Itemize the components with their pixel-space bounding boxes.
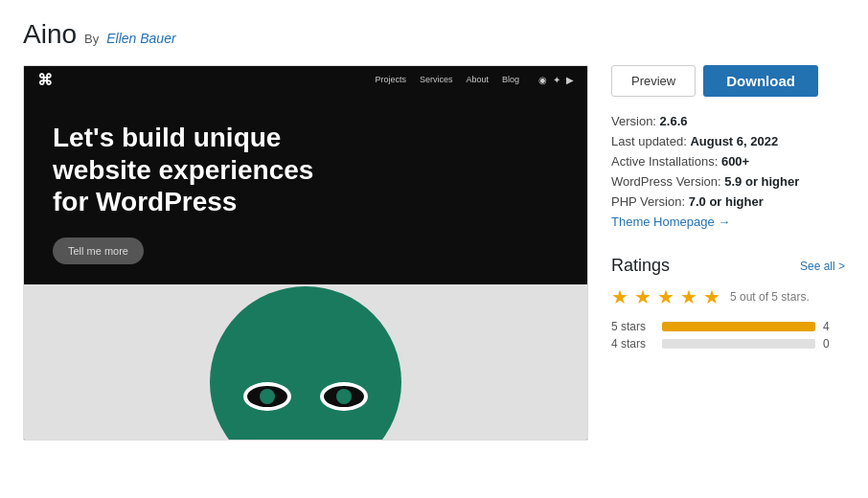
author-link[interactable]: Ellen Bauer	[106, 31, 175, 46]
rating-bar-5stars: 5 stars 4	[611, 320, 845, 333]
meta-php-version: PHP Version: 7.0 or higher	[611, 194, 845, 209]
theme-header: Aino By Ellen Bauer	[23, 19, 845, 50]
download-button[interactable]: Download	[703, 65, 818, 97]
meta-version: Version: 2.6.6	[611, 114, 845, 128]
preview-eyes	[243, 382, 368, 411]
version-label: Version:	[611, 114, 656, 128]
nav-link-services: Services	[420, 75, 453, 84]
bar-count-5: 4	[823, 320, 834, 333]
page-wrapper: Aino By Ellen Bauer ⌘ Projects Services …	[0, 0, 868, 441]
wp-version-value: 5.9 or higher	[724, 174, 799, 189]
preview-hero-title: Let's build unique website experiences f…	[53, 122, 340, 218]
eye-inner-right	[336, 389, 352, 404]
stars-display: ★ ★ ★ ★ ★ 5 out of 5 stars.	[611, 285, 845, 308]
main-content: ⌘ Projects Services About Blog ◉ ✦ ▶	[23, 65, 845, 441]
preview-nav-links: Projects Services About Blog	[375, 75, 519, 84]
bar-label-4: 4 stars	[611, 337, 654, 351]
rating-bar-4stars: 4 stars 0	[611, 337, 845, 351]
bar-label-5: 5 stars	[611, 320, 654, 333]
nav-link-blog: Blog	[502, 75, 519, 84]
star-4: ★	[680, 285, 697, 308]
active-installs-label: Active Installations:	[611, 154, 718, 169]
version-value: 2.6.6	[660, 114, 688, 128]
stars-label: 5 out of 5 stars.	[730, 290, 810, 304]
star-1: ★	[611, 285, 628, 308]
meta-last-updated: Last updated: August 6, 2022	[611, 134, 845, 148]
preview-nav-icons: ◉ ✦ ▶	[538, 75, 574, 85]
last-updated-value: August 6, 2022	[690, 134, 778, 148]
preview-eye-left	[243, 382, 291, 411]
meta-wp-version: WordPress Version: 5.9 or higher	[611, 174, 845, 189]
ratings-header: Ratings See all >	[611, 256, 845, 276]
theme-preview-nav: ⌘ Projects Services About Blog ◉ ✦ ▶	[24, 66, 587, 93]
ratings-title: Ratings	[611, 256, 670, 276]
last-updated-label: Last updated:	[611, 134, 687, 148]
preview-button[interactable]: Preview	[611, 65, 696, 97]
ratings-section: Ratings See all > ★ ★ ★ ★ ★ 5 out of 5 s…	[611, 256, 845, 351]
action-buttons: Preview Download	[611, 65, 845, 97]
star-3: ★	[657, 285, 674, 308]
preview-hero-button: Tell me more	[53, 238, 144, 264]
theme-title: Aino	[23, 19, 77, 50]
php-version-label: PHP Version:	[611, 194, 685, 209]
star-5: ★	[703, 285, 720, 308]
theme-preview-hero: Let's build unique website experiences f…	[24, 93, 587, 284]
nav-link-projects: Projects	[375, 75, 406, 84]
theme-meta: Version: 2.6.6 Last updated: August 6, 2…	[611, 114, 845, 229]
sidebar: Preview Download Version: 2.6.6 Last upd…	[611, 65, 845, 441]
theme-homepage-link[interactable]: Theme Homepage →	[611, 215, 845, 229]
instagram-icon: ◉	[538, 75, 547, 85]
star-2: ★	[634, 285, 651, 308]
youtube-icon: ▶	[566, 75, 574, 85]
see-all-link[interactable]: See all >	[800, 260, 845, 273]
rating-bars: 5 stars 4 4 stars 0	[611, 320, 845, 351]
theme-screenshot: ⌘ Projects Services About Blog ◉ ✦ ▶	[24, 66, 587, 440]
meta-active-installs: Active Installations: 600+	[611, 154, 845, 169]
eye-inner-left	[260, 389, 275, 404]
twitter-icon: ✦	[553, 75, 560, 85]
preview-circle	[210, 286, 401, 440]
bar-count-4: 0	[823, 337, 834, 351]
bar-fill-5	[662, 322, 815, 331]
bar-track-5	[662, 322, 815, 331]
theme-preview-bottom	[24, 284, 587, 440]
php-version-value: 7.0 or higher	[689, 194, 764, 209]
nav-link-about: About	[466, 75, 489, 84]
active-installs-value: 600+	[721, 154, 749, 169]
preview-logo: ⌘	[37, 71, 53, 89]
theme-preview-area: ⌘ Projects Services About Blog ◉ ✦ ▶	[23, 65, 588, 441]
author-label: By	[84, 32, 99, 46]
wp-version-label: WordPress Version:	[611, 174, 721, 189]
preview-eye-right	[320, 382, 368, 411]
bar-track-4	[662, 339, 815, 349]
